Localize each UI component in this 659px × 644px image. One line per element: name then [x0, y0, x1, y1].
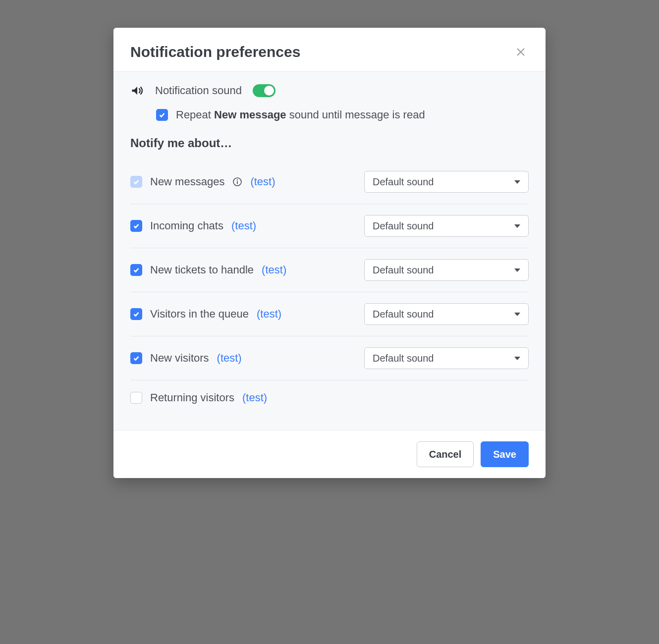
cancel-button[interactable]: Cancel [417, 441, 474, 467]
notify-checkbox[interactable] [130, 308, 142, 320]
notify-row-left: Returning visitors(test) [130, 391, 267, 404]
notify-row-left: Visitors in the queue(test) [130, 308, 281, 321]
notify-me-about-heading: Notify me about… [130, 136, 529, 150]
sound-select-value: Default sound [373, 309, 434, 320]
chevron-down-icon [514, 268, 520, 272]
test-sound-link[interactable]: (test) [257, 308, 281, 321]
chevron-down-icon [514, 224, 520, 228]
close-button[interactable] [513, 44, 529, 60]
notification-sound-label: Notification sound [155, 84, 242, 97]
svg-rect-2 [237, 181, 238, 184]
sound-select-value: Default sound [373, 176, 434, 188]
notify-row: Incoming chats(test)Default sound [130, 204, 529, 248]
check-icon [133, 267, 140, 273]
notification-sound-row: Notification sound [130, 84, 529, 98]
repeat-sound-row: Repeat New message sound until message i… [156, 108, 529, 121]
notify-label: Returning visitors [150, 391, 234, 404]
notify-label: New tickets to handle [150, 264, 254, 276]
notify-row: New visitors(test)Default sound [130, 336, 529, 380]
modal-header: Notification preferences [113, 28, 546, 72]
notification-sound-toggle[interactable] [253, 84, 275, 97]
notify-label: Visitors in the queue [150, 308, 249, 321]
test-sound-link[interactable]: (test) [262, 264, 286, 276]
notify-row-left: New tickets to handle(test) [130, 264, 286, 276]
check-icon [159, 111, 165, 118]
check-icon [133, 222, 140, 229]
svg-point-1 [237, 179, 238, 180]
test-sound-link[interactable]: (test) [242, 391, 267, 404]
sound-select-value: Default sound [373, 353, 434, 364]
notify-row-left: New visitors(test) [130, 352, 242, 365]
volume-icon [130, 84, 144, 98]
notify-row: New tickets to handle(test)Default sound [130, 248, 529, 292]
repeat-sound-label: Repeat New message sound until message i… [176, 108, 425, 121]
sound-select-value: Default sound [373, 265, 434, 276]
notify-row: Returning visitors(test) [130, 380, 529, 415]
sound-select[interactable]: Default sound [364, 303, 529, 325]
notification-preferences-modal: Notification preferences Notification so… [113, 28, 546, 478]
modal-body: Notification sound Repeat New message so… [113, 72, 546, 430]
chevron-down-icon [514, 313, 520, 316]
sound-select-value: Default sound [373, 220, 434, 232]
chevron-down-icon [514, 357, 520, 360]
notify-checkbox[interactable] [130, 220, 142, 232]
notify-label: New visitors [150, 352, 209, 365]
toggle-knob [264, 86, 274, 96]
check-icon [133, 355, 140, 362]
info-icon[interactable] [232, 177, 242, 187]
notify-checkbox[interactable] [130, 264, 142, 276]
notify-label: Incoming chats [150, 219, 223, 232]
sound-select[interactable]: Default sound [364, 347, 529, 369]
check-icon [133, 178, 140, 185]
modal-footer: Cancel Save [113, 430, 546, 478]
notify-row: New messages(test)Default sound [130, 160, 529, 204]
sound-select[interactable]: Default sound [364, 259, 529, 281]
repeat-sound-checkbox[interactable] [156, 109, 168, 121]
test-sound-link[interactable]: (test) [231, 219, 256, 232]
sound-select[interactable]: Default sound [364, 215, 529, 237]
notify-row-left: Incoming chats(test) [130, 219, 256, 232]
notify-checkbox[interactable] [130, 352, 142, 364]
notify-label: New messages [150, 175, 224, 188]
chevron-down-icon [514, 180, 520, 184]
notify-row-left: New messages(test) [130, 175, 275, 188]
save-button[interactable]: Save [481, 441, 529, 467]
test-sound-link[interactable]: (test) [217, 352, 242, 365]
notify-checkbox [130, 176, 142, 188]
notify-list: New messages(test)Default soundIncoming … [130, 160, 529, 415]
notify-row: Visitors in the queue(test)Default sound [130, 292, 529, 336]
sound-select[interactable]: Default sound [364, 171, 529, 193]
notify-checkbox[interactable] [130, 392, 142, 404]
check-icon [133, 311, 140, 318]
modal-title: Notification preferences [130, 44, 300, 60]
test-sound-link[interactable]: (test) [250, 175, 275, 188]
close-icon [515, 47, 526, 57]
